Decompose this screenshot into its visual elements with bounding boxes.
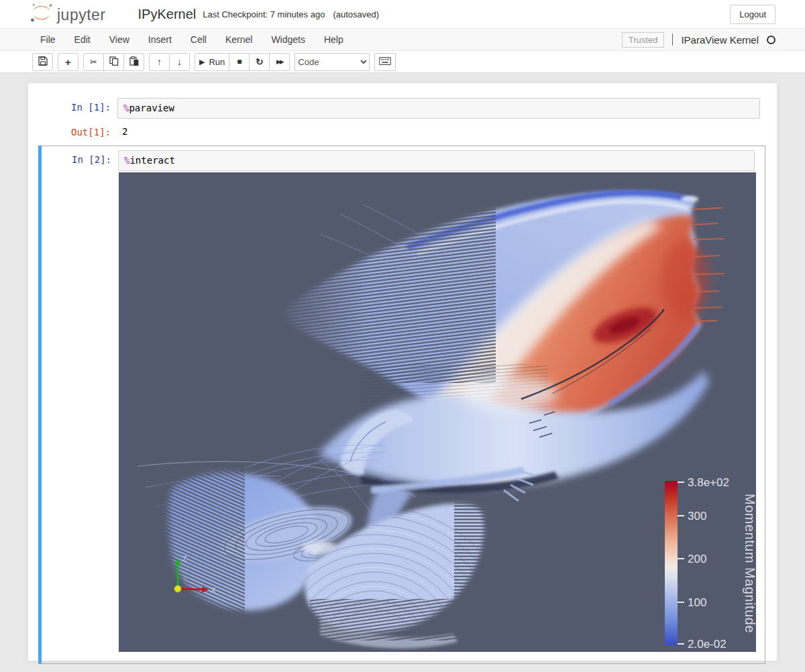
copy-icon (109, 56, 119, 68)
axes-origin-ball (174, 585, 181, 592)
play-icon: ▶ (199, 58, 205, 66)
logout-button[interactable]: Logout (730, 5, 775, 24)
colorbar-tick-label: 2.0e-02 (688, 638, 727, 651)
notebook-title[interactable]: IPyKernel (138, 7, 197, 22)
restart-icon: ↻ (256, 56, 264, 67)
command-palette-button[interactable] (374, 53, 396, 71)
paraview-render[interactable]: Z Y X (119, 172, 756, 652)
interrupt-kernel-button[interactable]: ■ (229, 53, 250, 71)
scissors-icon: ✂ (90, 57, 97, 67)
code-text: interact (129, 155, 174, 166)
input-prompt-2: In [2]: (39, 150, 118, 171)
stop-icon: ■ (237, 57, 241, 66)
run-button[interactable]: ▶ Run (195, 53, 229, 71)
save-button[interactable] (32, 53, 53, 71)
menubar-right: Trusted IParaView Kernel (622, 32, 775, 48)
jupyter-wordmark: jupyter (57, 6, 106, 24)
kernel-idle-icon (767, 36, 775, 44)
move-cell-down-button[interactable]: ↓ (169, 53, 190, 71)
copy-cell-button[interactable] (103, 53, 124, 71)
restart-kernel-button[interactable]: ↻ (249, 53, 270, 71)
fast-forward-icon: ▶▶ (276, 58, 283, 65)
output-value-1: 2 (117, 123, 127, 137)
menu-insert[interactable]: Insert (139, 30, 181, 49)
menu-widgets[interactable]: Widgets (262, 30, 315, 49)
menu-kernel[interactable]: Kernel (216, 30, 262, 49)
checkpoint-status: Last Checkpoint: 7 minutes ago (203, 9, 325, 19)
plus-icon: + (65, 56, 71, 68)
kernel-separator (672, 34, 673, 46)
move-cell-up-button[interactable]: ↑ (149, 53, 170, 71)
code-cell-2-selected[interactable]: In [2]: %interact (38, 146, 765, 664)
x-axis-label: X (211, 586, 216, 594)
restart-run-all-button[interactable]: ▶▶ (269, 53, 290, 71)
notebook-container: In [1]: %paraview Out[1]: 2 In [2]: %int… (28, 83, 777, 661)
menu-edit[interactable]: Edit (65, 30, 100, 49)
run-label: Run (209, 57, 225, 67)
code-cell-1: In [1]: %paraview (38, 98, 765, 119)
menubar: File Edit View Insert Cell Kernel Widget… (0, 28, 805, 51)
arrow-down-icon: ↓ (177, 56, 182, 67)
arrow-up-icon: ↑ (157, 56, 162, 67)
insert-cell-button[interactable]: + (58, 53, 78, 71)
code-input-1[interactable]: %paraview (117, 98, 760, 119)
menu-help[interactable]: Help (315, 30, 353, 49)
output-cell-1: Out[1]: 2 (38, 123, 765, 137)
notebook-page: In [1]: %paraview Out[1]: 2 In [2]: %int… (0, 73, 805, 672)
colorbar-tick-label: 3.8e+02 (688, 476, 729, 489)
paste-icon (129, 56, 139, 68)
kernel-name: IParaView Kernel (681, 34, 759, 46)
z-axis-label: Z (182, 555, 187, 563)
colorbar-tick-label: 200 (688, 553, 706, 565)
colorbar-gradient (665, 481, 678, 645)
output-prompt-1: Out[1]: (38, 123, 117, 137)
menu-cell[interactable]: Cell (181, 30, 216, 49)
code-input-2[interactable]: %interact (118, 150, 755, 171)
selected-cell-bar (38, 146, 42, 664)
toolbar: + ✂ ↑ (0, 51, 805, 73)
colorbar-tick-label: 300 (688, 510, 706, 522)
cell-type-select[interactable]: Code (294, 53, 370, 71)
code-text: paraview (129, 103, 174, 113)
trusted-badge[interactable]: Trusted (622, 32, 665, 48)
autosave-status: (autosaved) (333, 9, 379, 19)
colorbar-tick-label: 100 (688, 596, 706, 609)
keyboard-icon (379, 57, 391, 67)
jupyter-logo[interactable]: jupyter (30, 3, 106, 25)
input-prompt-1: In [1]: (38, 98, 117, 119)
colorbar-title: Momentum Magnitude (743, 494, 756, 633)
save-icon (38, 56, 48, 68)
header: jupyter IPyKernel Last Checkpoint: 7 min… (0, 0, 805, 28)
menu-view[interactable]: View (100, 30, 139, 49)
menu-file[interactable]: File (31, 30, 65, 49)
y-axis-label: Y (183, 575, 189, 583)
paste-cell-button[interactable] (123, 53, 144, 71)
cut-cell-button[interactable]: ✂ (83, 53, 104, 71)
cell-2-output: Z Y X (39, 172, 760, 655)
jupyter-logo-icon (30, 3, 53, 25)
